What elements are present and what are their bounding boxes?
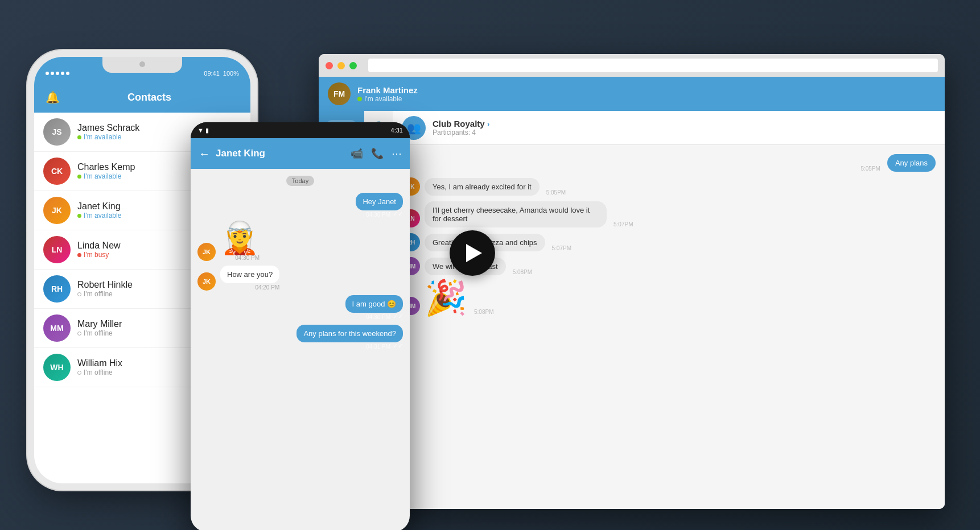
message-bubble: I am good 😊 — [345, 295, 403, 313]
message-row: MM 🎉 5:08PM — [402, 281, 936, 315]
status-dot — [357, 97, 362, 101]
read-receipt: ✓✓ — [393, 210, 403, 218]
message-bubble: I'll get cherry cheesecake, Amanda would… — [425, 201, 607, 227]
status-indicator — [77, 135, 81, 139]
date-label: Today — [286, 176, 314, 186]
avatar: JK — [197, 243, 216, 261]
message-bubble: Any plans — [887, 154, 936, 172]
message-time: 5:08PM — [474, 309, 493, 315]
bell-icon[interactable]: 🔔 — [46, 90, 60, 104]
chat-main: 👥 Club Royalty › Participants: 4 5:05PM … — [393, 111, 945, 509]
message-time: 5:05PM — [546, 189, 566, 196]
android-phone: ▼ ▮ 4:31 ← Janet King 📹 📞 ⋯ Today Hey Ja… — [191, 122, 410, 530]
android-contact-name: Janet King — [216, 148, 345, 159]
status-indicator — [77, 253, 81, 257]
avatar: JK — [197, 272, 216, 291]
status-indicator — [77, 371, 81, 375]
chat-messages: 5:05PM Any plans JK Yes, I am already ex… — [393, 145, 945, 509]
android-time: 4:31 — [391, 127, 403, 134]
chevron-icon: › — [487, 119, 490, 129]
ios-camera — [139, 61, 145, 67]
avatar: WH — [43, 354, 71, 381]
android-chat-area: Today Hey Janet 04:30 PM ✓✓ JK 🧝 04:30 P… — [191, 169, 410, 530]
message-row: JK Yes, I am already excited for it 5:05… — [402, 177, 936, 196]
message-bubble: How are you? — [220, 266, 279, 283]
user-status: I'm available — [357, 95, 936, 103]
avatar: JK — [43, 197, 71, 224]
avatar: MM — [43, 314, 71, 342]
signal-dots — [46, 72, 69, 75]
message-row: LN I'll get cherry cheesecake, Amanda wo… — [402, 201, 936, 227]
android-signal-icons: ▼ ▮ — [197, 127, 209, 134]
sticker: 🧝 — [220, 222, 260, 254]
message-time: 04:20 PM — [220, 284, 279, 291]
avatar: RH — [43, 275, 71, 303]
message-time: 5:05PM — [860, 165, 880, 172]
avatar: LN — [43, 236, 71, 263]
voice-call-icon[interactable]: 📞 — [371, 147, 384, 160]
chat-header-info: Club Royalty › Participants: 4 — [433, 119, 936, 136]
sticker: 🎉 — [425, 281, 467, 315]
message-time: 5:08PM — [513, 269, 532, 275]
video-call-icon[interactable]: 📹 — [351, 147, 363, 160]
close-button[interactable] — [326, 62, 333, 69]
ios-battery: 100% — [223, 70, 239, 77]
chat-header: 👥 Club Royalty › Participants: 4 — [393, 111, 945, 145]
app-header: FM Frank Martinez I'm available — [319, 77, 945, 111]
message-bubble: Any plans for this weekend? — [297, 325, 403, 342]
maximize-button[interactable] — [349, 62, 357, 69]
message-bubble: Yes, I am already excited for it — [425, 178, 540, 196]
android-status-right: 4:31 — [391, 127, 403, 134]
browser-window: FM Frank Martinez I'm available 👥 Groups… — [319, 54, 945, 509]
message-time: 04:30 PM — [366, 212, 390, 218]
play-button[interactable] — [450, 230, 495, 276]
minimize-button[interactable] — [337, 62, 345, 69]
message-time: 04:30 PM — [366, 314, 390, 320]
read-receipt: ✓✓ — [393, 342, 403, 350]
avatar: CK — [43, 158, 71, 185]
message-time: 04:31 PM — [366, 343, 390, 350]
message-time: 5:07PM — [613, 221, 633, 227]
read-receipt: ✓✓ — [393, 313, 403, 320]
message-row: 5:05PM Any plans — [402, 154, 936, 172]
message-row: Any plans for this weekend? 04:31 PM ✓✓ — [197, 325, 403, 350]
app-body: 👥 Groups 🔒 👥 Club Royalty › Pa — [319, 111, 945, 509]
android-header-icons: 📹 📞 ⋯ — [351, 147, 402, 160]
message-row: JK How are you? 04:20 PM — [197, 266, 403, 291]
status-indicator — [77, 175, 81, 179]
user-avatar: FM — [328, 82, 351, 105]
message-time: 04:30 PM — [220, 255, 260, 261]
participants-count: Participants: 4 — [433, 129, 936, 136]
message-row: I am good 😊 04:30 PM ✓✓ — [197, 295, 403, 320]
group-name: Club Royalty › — [433, 119, 936, 129]
more-options-icon[interactable]: ⋯ — [392, 147, 402, 160]
message-row: Hey Janet 04:30 PM ✓✓ — [197, 193, 403, 218]
status-indicator — [77, 332, 81, 336]
android-status-bar: ▼ ▮ 4:31 — [191, 122, 410, 138]
play-triangle-icon — [466, 244, 482, 262]
message-row: JK 🧝 04:30 PM — [197, 222, 403, 261]
ios-status-right: 09:41 100% — [204, 70, 239, 77]
ios-time: 09:41 — [204, 70, 220, 77]
message-bubble: Hey Janet — [356, 193, 403, 210]
status-indicator — [77, 292, 81, 296]
user-name: Frank Martinez — [357, 85, 936, 95]
back-icon[interactable]: ← — [199, 147, 210, 160]
user-info: Frank Martinez I'm available — [357, 85, 936, 103]
message-time: 5:07PM — [552, 245, 571, 251]
avatar: JS — [43, 118, 71, 146]
ios-contacts-header: 🔔 Contacts — [34, 82, 250, 113]
browser-titlebar — [319, 54, 945, 77]
status-indicator — [77, 214, 81, 218]
address-bar[interactable] — [368, 59, 938, 72]
android-chat-header: ← Janet King 📹 📞 ⋯ — [191, 138, 410, 169]
ios-screen-title: Contacts — [60, 92, 239, 103]
